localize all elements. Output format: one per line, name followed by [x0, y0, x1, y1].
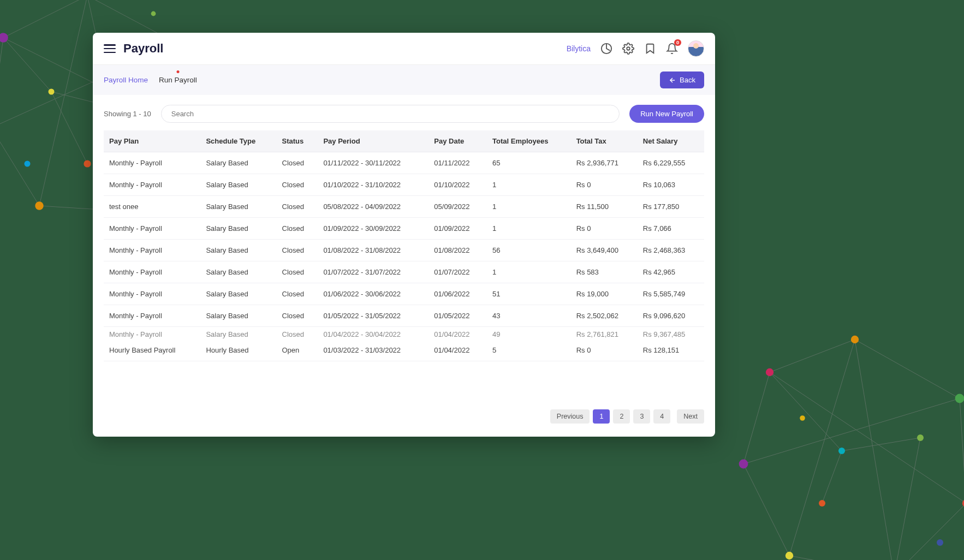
cell-tax: Rs 11,500: [571, 196, 638, 218]
cell-type: Salary Based: [200, 174, 276, 196]
cell-type: Hourly Based: [200, 339, 276, 361]
cell-status: Closed: [277, 240, 318, 261]
menu-icon[interactable]: [104, 44, 116, 53]
cell-plan: test onee: [104, 196, 200, 218]
gear-icon[interactable]: [622, 43, 634, 55]
cell-net: Rs 177,850: [638, 196, 704, 218]
column-header[interactable]: Total Employees: [487, 130, 571, 152]
cell-plan: Monthly - Payroll: [104, 327, 200, 340]
breadcrumb-home[interactable]: Payroll Home: [104, 76, 148, 84]
next-button[interactable]: Next: [677, 409, 704, 424]
column-header[interactable]: Pay Period: [318, 130, 429, 152]
table-row[interactable]: test oneeSalary BasedClosed05/08/2022 - …: [104, 196, 704, 218]
table-row[interactable]: Monthly - PayrollSalary BasedClosed01/08…: [104, 240, 704, 261]
cell-plan: Monthly - Payroll: [104, 152, 200, 174]
column-header[interactable]: Status: [277, 130, 318, 152]
cell-type: Salary Based: [200, 261, 276, 283]
svg-marker-21: [743, 339, 964, 560]
cell-status: Open: [277, 339, 318, 361]
svg-point-34: [786, 552, 793, 559]
cell-plan: Monthly - Payroll: [104, 240, 200, 261]
svg-point-18: [84, 160, 91, 167]
cell-status: Closed: [277, 327, 318, 340]
table-row[interactable]: Monthly - PayrollSalary BasedClosed01/10…: [104, 174, 704, 196]
page-2[interactable]: 2: [613, 409, 630, 424]
chart-icon[interactable]: [600, 43, 612, 55]
cell-net: Rs 2,468,363: [638, 240, 704, 261]
column-header[interactable]: Pay Plan: [104, 130, 200, 152]
table-row[interactable]: Monthly - PayrollSalary BasedClosed01/05…: [104, 305, 704, 327]
app-header: Payroll Bilytica 0: [93, 33, 715, 65]
cell-net: Rs 9,367,485: [638, 327, 704, 340]
page-4[interactable]: 4: [653, 409, 670, 424]
decorative-network-br: [724, 320, 964, 560]
table-row[interactable]: Monthly - PayrollSalary BasedClosed01/07…: [104, 261, 704, 283]
svg-point-37: [838, 448, 845, 454]
table-row[interactable]: Monthly - PayrollSalary BasedClosed01/09…: [104, 218, 704, 240]
page-1[interactable]: 1: [593, 409, 610, 424]
column-header[interactable]: Schedule Type: [200, 130, 276, 152]
svg-point-43: [627, 47, 630, 50]
cell-tax: Rs 0: [571, 218, 638, 240]
cell-type: Salary Based: [200, 327, 276, 340]
cell-type: Salary Based: [200, 196, 276, 218]
cell-period: 01/10/2022 - 31/10/2022: [318, 174, 429, 196]
cell-period: 01/06/2022 - 30/06/2022: [318, 283, 429, 305]
bell-icon[interactable]: 0: [666, 43, 678, 55]
breadcrumb-current-label: Run Payroll: [159, 76, 197, 84]
cell-net: Rs 6,229,555: [638, 152, 704, 174]
page-3[interactable]: 3: [633, 409, 650, 424]
cell-type: Salary Based: [200, 240, 276, 261]
avatar[interactable]: [688, 40, 704, 57]
svg-point-38: [917, 434, 924, 441]
table-row[interactable]: Monthly - PayrollSalary BasedClosed01/06…: [104, 283, 704, 305]
cell-status: Closed: [277, 196, 318, 218]
back-button[interactable]: Back: [660, 72, 704, 88]
search-input[interactable]: [161, 105, 620, 123]
svg-line-27: [894, 438, 920, 560]
cell-date: 01/04/2022: [429, 327, 487, 340]
brand-link[interactable]: Bilytica: [567, 44, 591, 53]
svg-point-41: [800, 415, 805, 421]
cell-date: 01/05/2022: [429, 305, 487, 327]
content-area: Showing 1 - 10 Run New Payroll Pay PlanS…: [93, 95, 715, 437]
column-header[interactable]: Net Salary: [638, 130, 704, 152]
table-row[interactable]: Monthly - PayrollSalary BasedClosed01/11…: [104, 152, 704, 174]
svg-line-23: [743, 398, 960, 464]
cell-status: Closed: [277, 152, 318, 174]
cell-net: Rs 9,096,620: [638, 305, 704, 327]
table-row[interactable]: Hourly Based PayrollHourly BasedOpen01/0…: [104, 339, 704, 361]
run-new-payroll-button[interactable]: Run New Payroll: [629, 105, 704, 123]
cell-emp: 49: [487, 327, 571, 340]
column-header[interactable]: Total Tax: [571, 130, 638, 152]
cell-period: 05/08/2022 - 04/09/2022: [318, 196, 429, 218]
svg-point-31: [955, 394, 964, 403]
cell-net: Rs 42,965: [638, 261, 704, 283]
cell-date: 01/08/2022: [429, 240, 487, 261]
cell-date: 01/07/2022: [429, 261, 487, 283]
cell-period: 01/08/2022 - 31/08/2022: [318, 240, 429, 261]
cell-tax: Rs 3,649,400: [571, 240, 638, 261]
cell-plan: Monthly - Payroll: [104, 218, 200, 240]
svg-point-16: [49, 89, 55, 95]
cell-plan: Hourly Based Payroll: [104, 339, 200, 361]
app-window: Payroll Bilytica 0 Payroll Home Run: [93, 33, 715, 437]
cell-tax: Rs 2,502,062: [571, 305, 638, 327]
svg-point-35: [739, 460, 748, 469]
cell-net: Rs 7,066: [638, 218, 704, 240]
cell-type: Salary Based: [200, 283, 276, 305]
previous-button[interactable]: Previous: [550, 409, 590, 424]
toolbar: Showing 1 - 10 Run New Payroll: [104, 105, 704, 123]
cell-date: 01/10/2022: [429, 174, 487, 196]
cell-period: 01/05/2022 - 31/05/2022: [318, 305, 429, 327]
svg-point-15: [0, 33, 8, 43]
svg-line-8: [51, 92, 87, 164]
svg-line-22: [789, 339, 855, 556]
table-row[interactable]: Monthly - PayrollSalary BasedClosed01/04…: [104, 327, 704, 340]
cell-status: Closed: [277, 174, 318, 196]
showing-text: Showing 1 - 10: [104, 110, 151, 118]
column-header[interactable]: Pay Date: [429, 130, 487, 152]
cell-type: Salary Based: [200, 218, 276, 240]
bookmark-icon[interactable]: [644, 43, 656, 55]
back-button-label: Back: [680, 76, 695, 84]
